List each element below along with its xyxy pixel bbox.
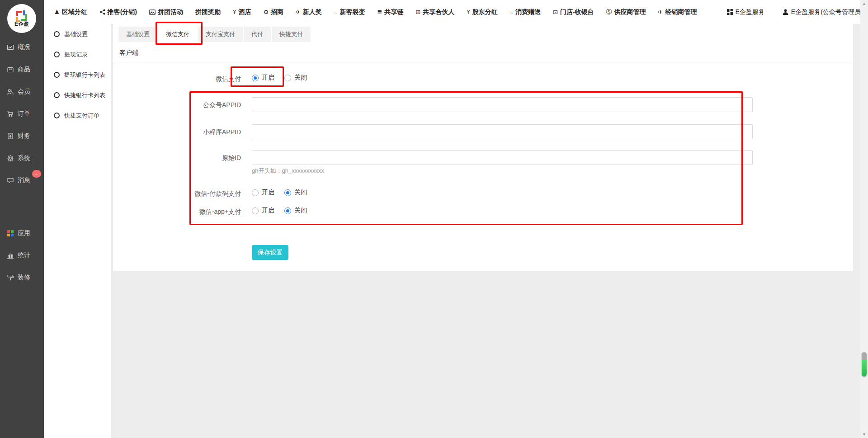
nav-item-promoter[interactable]: 推客(分销) bbox=[99, 8, 137, 16]
wechat-pay-off-radio[interactable] bbox=[284, 75, 291, 81]
nav-item-consumption-gift[interactable]: ≡ 消费赠送 bbox=[509, 8, 541, 16]
apppay-radio-group: 开启 关闭 bbox=[252, 205, 317, 217]
official-appid-label: 公众号APPID bbox=[113, 101, 241, 109]
nav-item-newcomer-award[interactable]: ✈ 新人奖 bbox=[296, 8, 322, 16]
tab-payout[interactable]: 代付 bbox=[244, 27, 271, 42]
sidebar-item-overview[interactable]: 概况 bbox=[0, 36, 44, 58]
circle-bullet-icon bbox=[54, 52, 60, 57]
yen-icon: ¥ bbox=[467, 9, 470, 15]
official-appid-input[interactable] bbox=[252, 97, 753, 112]
sidebar-item-members[interactable]: 会员 bbox=[0, 80, 44, 103]
brand-logo[interactable]: E企盈 bbox=[7, 4, 36, 33]
sidebar-item-stats[interactable]: 统计 bbox=[0, 244, 44, 266]
original-id-input[interactable] bbox=[252, 150, 753, 165]
apppay-on-radio[interactable] bbox=[252, 207, 259, 214]
wechat-pay-radio-group: 开启 关闭 bbox=[252, 72, 317, 84]
nav-item-service[interactable]: E企盈服务 bbox=[726, 8, 765, 16]
members-icon bbox=[6, 88, 15, 96]
lines-icon: ≡ bbox=[509, 9, 513, 15]
tab-wechat-pay[interactable]: 微信支付 bbox=[158, 27, 197, 42]
rank-icon: ♟ bbox=[54, 9, 60, 15]
secondary-sidebar: 基础设置 提现记录 提现银行卡列表 快捷银行卡列表 快捷支付订单 bbox=[44, 24, 111, 438]
sidebar-item-label: 商品 bbox=[18, 66, 30, 74]
sidebar-item-label: 统计 bbox=[18, 251, 30, 259]
recycle-icon: ♻ bbox=[263, 9, 269, 15]
tab-alipay[interactable]: 支付宝支付 bbox=[198, 27, 243, 42]
scroll-down-icon[interactable]: ▼ bbox=[860, 432, 868, 437]
nav-item-region-bonus[interactable]: ♟ 区域分红 bbox=[54, 8, 87, 16]
sidebar-item-apps[interactable]: 应用 bbox=[0, 222, 44, 244]
nav-item-store-cashier[interactable]: ⊡ 门店-收银台 bbox=[553, 8, 594, 16]
system-icon bbox=[6, 154, 15, 162]
wechat-pay-off-label: 关闭 bbox=[294, 74, 307, 82]
payment-tabs: 基础设置 微信支付 支付宝支付 代付 快捷支付 bbox=[118, 27, 311, 42]
nav-item-account[interactable]: E企盈服务(公众号管理员) bbox=[782, 8, 863, 16]
grid-photo-icon: ⊞ bbox=[415, 9, 420, 15]
message-badge: ... bbox=[32, 170, 41, 178]
wechat-pay-on-radio[interactable] bbox=[252, 75, 259, 81]
wechat-pay-on-label: 开启 bbox=[262, 74, 274, 82]
nav-item-new-customer[interactable]: ≡ 新客裂变 bbox=[334, 8, 365, 16]
subtab-row: 客户端 bbox=[113, 42, 853, 62]
sidebar-item-decorate[interactable]: 装修 bbox=[0, 266, 44, 288]
nav-item-hotel[interactable]: ¥ 酒店 bbox=[233, 8, 251, 16]
decorate-icon bbox=[6, 273, 15, 282]
sidebar-item-label: 订单 bbox=[18, 110, 30, 118]
submenu-item-withdraw-bankcards[interactable]: 提现银行卡列表 bbox=[44, 65, 111, 85]
submenu-item-basic-settings[interactable]: 基础设置 bbox=[44, 24, 111, 44]
sidebar-item-goods[interactable]: 商品 bbox=[0, 58, 44, 80]
original-id-label: 原始ID bbox=[113, 154, 241, 162]
nav-item-supplier-mgmt[interactable]: Ⓢ 供应商管理 bbox=[606, 8, 646, 16]
circle-bullet-icon bbox=[54, 31, 60, 37]
nav-item-dealer-mgmt[interactable]: ✈ 经销商管理 bbox=[658, 8, 697, 16]
nav-item-share-chain[interactable]: ≣ 共享链 bbox=[377, 8, 403, 16]
paycode-pay-label: 微信-付款码支付 bbox=[113, 190, 241, 198]
scroll-indicator[interactable] bbox=[862, 352, 867, 377]
settings-panel: 基础设置 微信支付 支付宝支付 代付 快捷支付 客户端 微信支付 开启 关闭 公… bbox=[113, 24, 853, 271]
stats-icon bbox=[6, 251, 15, 259]
circle-bullet-icon bbox=[54, 113, 60, 118]
user-icon bbox=[782, 9, 789, 15]
nav-item-group-activity[interactable]: 拼团活动 bbox=[149, 8, 183, 16]
sidebar-item-label: 概况 bbox=[18, 43, 30, 52]
sidebar-item-label: 财务 bbox=[18, 132, 30, 140]
scroll-indicator-green bbox=[862, 360, 867, 377]
sidebar-item-messages[interactable]: 消息 ... bbox=[0, 169, 44, 191]
yen-icon: ¥ bbox=[233, 9, 236, 15]
tab-quick-pay[interactable]: 快捷支付 bbox=[272, 27, 311, 42]
jet-icon: ✈ bbox=[296, 9, 301, 15]
overview-icon bbox=[6, 43, 15, 52]
apppay-on-label: 开启 bbox=[262, 207, 274, 215]
nav-item-share-partner[interactable]: ⊞ 共享合伙人 bbox=[415, 8, 454, 16]
jet-icon: ✈ bbox=[658, 9, 663, 15]
sidebar-item-label: 装修 bbox=[18, 273, 30, 282]
submenu-item-quick-pay-orders[interactable]: 快捷支付订单 bbox=[44, 105, 111, 126]
apppay-label: 微信-app+支付 bbox=[113, 208, 241, 216]
submenu-item-withdraw-records[interactable]: 提现记录 bbox=[44, 44, 111, 65]
miniprogram-appid-input[interactable] bbox=[252, 124, 753, 139]
nav-item-investment[interactable]: ♻ 招商 bbox=[263, 8, 283, 16]
goods-icon bbox=[6, 66, 15, 74]
apppay-off-radio[interactable] bbox=[284, 207, 291, 214]
apps-icon bbox=[6, 229, 15, 237]
sidebar-item-finance[interactable]: 财务 bbox=[0, 125, 44, 147]
tab-basic-settings[interactable]: 基础设置 bbox=[118, 27, 157, 42]
message-icon bbox=[6, 176, 15, 184]
supplier-icon: Ⓢ bbox=[606, 8, 612, 16]
primary-sidebar: E企盈 概况 商品 会员 订单 财务 系统 消息 ... bbox=[0, 0, 44, 438]
scroll-up-icon[interactable]: ▲ bbox=[860, 1, 868, 6]
sidebar-item-label: 消息 bbox=[18, 176, 30, 184]
original-id-hint: gh开头如：gh_xxxxxxxxxxx bbox=[252, 167, 324, 175]
sidebar-item-orders[interactable]: 订单 bbox=[0, 103, 44, 125]
paycode-off-radio[interactable] bbox=[284, 189, 291, 196]
subtab-client[interactable]: 客户端 bbox=[113, 42, 138, 63]
nav-item-group-reward[interactable]: 拼团奖励 bbox=[195, 8, 221, 16]
brand-logo-text: E企盈 bbox=[14, 20, 29, 28]
nav-item-shareholder-bonus[interactable]: ¥ 股东分红 bbox=[467, 8, 497, 16]
storefront-icon: ⊡ bbox=[553, 9, 558, 15]
paycode-on-radio[interactable] bbox=[252, 189, 259, 196]
submenu-item-quick-bankcards[interactable]: 快捷银行卡列表 bbox=[44, 85, 111, 105]
save-settings-button[interactable]: 保存设置 bbox=[252, 245, 288, 260]
top-navbar: ♟ 区域分红 推客(分销) 拼团活动 拼团奖励 ¥ 酒店 ♻ 招商 ✈ 新人奖 … bbox=[44, 0, 860, 24]
sidebar-item-system[interactable]: 系统 bbox=[0, 147, 44, 169]
